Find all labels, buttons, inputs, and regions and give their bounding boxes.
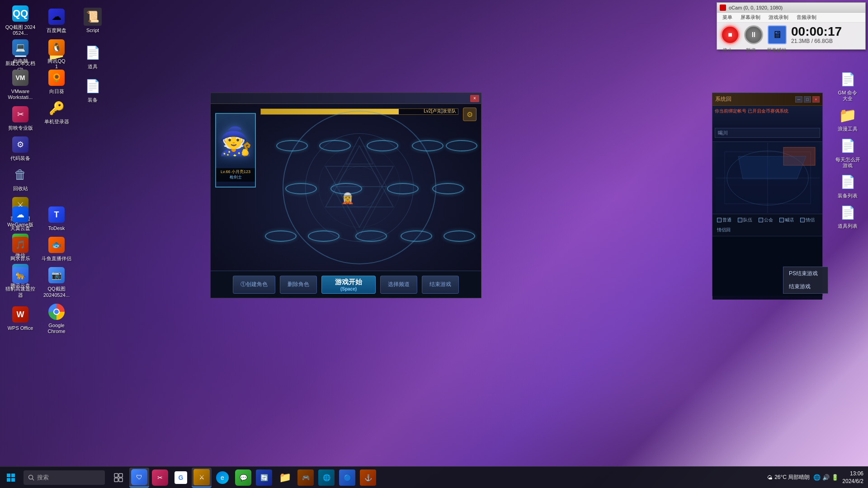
qqspeed-icon: 🐆 [12, 267, 28, 283]
desktop-icon-qqjie[interactable]: 📷 QQ截图20240524... [38, 264, 75, 300]
desktop-icon-strategy[interactable]: 📄 每天怎么开游戏 [830, 135, 866, 171]
sys-panel-maximize-btn[interactable]: □ [804, 96, 811, 103]
sys-tab-shout[interactable]: 喊话 [777, 216, 796, 224]
desktop-icon-qqspeed-label: 猎豹高速遥控器 [5, 286, 36, 298]
taskbar-cut-icon[interactable]: ✂ [150, 468, 170, 488]
context-menu-end[interactable]: 结束游戏 [783, 280, 828, 293]
desktop-icon-codedeploy[interactable]: ⚙ 代码装备 [2, 133, 38, 164]
desktop-icon-item-list[interactable]: 📄 道具列表 [830, 201, 866, 231]
battle-pos-t3[interactable] [367, 140, 398, 151]
taskbar-folder-icon[interactable]: 📁 [275, 468, 295, 488]
character-slot[interactable]: 🧙 Lv.66 小月亮123 枪剑士 [215, 113, 256, 188]
sys-panel-minimize-btn[interactable]: ─ [795, 96, 802, 103]
sys-tab-couple-checkbox[interactable] [800, 218, 805, 222]
ocam-title-icon [720, 5, 726, 11]
game-window-close-btn[interactable]: × [470, 95, 479, 102]
battle-pos-t5[interactable] [446, 140, 477, 151]
sys-panel-title: 系统回 [715, 95, 731, 103]
desktop-icon-cut[interactable]: ✂ 剪映专业版 [2, 103, 38, 133]
desktop-icon-qqgame[interactable]: 🐧 腾讯QQ [38, 36, 75, 66]
taskbar-qqspeed-icon[interactable]: 🛡 [129, 468, 149, 488]
desktop-icon-wps[interactable]: W WPS Office [2, 300, 38, 337]
sys-tab-guild-checkbox[interactable] [759, 218, 763, 222]
sys-tab-team-checkbox[interactable] [738, 218, 742, 222]
battle-pos-b1[interactable] [265, 230, 297, 242]
battle-pos-b4[interactable] [401, 230, 432, 242]
ocam-screen-capture-btn[interactable] [768, 25, 787, 44]
taskbar-search[interactable]: 搜索 [24, 470, 105, 485]
sys-tab-shout-checkbox[interactable] [779, 218, 784, 222]
desktop-icon-equip[interactable]: 📄 装备 [75, 75, 111, 105]
desktop-icon-qqspeed[interactable]: 🐆 猎豹高速遥控器 [2, 264, 38, 300]
sys-panel-close-btn[interactable]: × [812, 96, 820, 103]
ocam-menu-screen[interactable]: 屏幕录制 [737, 14, 764, 21]
battle-pos-m5[interactable] [432, 183, 464, 194]
taskbar-app1-icon[interactable]: 🔄 [254, 468, 274, 488]
taskbar-globe-icon[interactable]: 🌐 [316, 468, 336, 488]
singlelogin-icon: 🔑 [49, 101, 65, 116]
taskbar-wechat-icon[interactable]: 💬 [233, 468, 253, 488]
battle-pos-m4[interactable] [387, 183, 419, 194]
ocam-menu-audio[interactable]: 音频录制 [793, 14, 820, 21]
create-char-btn[interactable]: ①创建角色 [233, 276, 275, 294]
ocam-menu-main[interactable]: 菜单 [719, 14, 736, 21]
desktop-icon-calendar[interactable]: 🌻 向日葵 [38, 66, 75, 97]
sys-panel-controls: ─ □ × [795, 96, 820, 103]
desktop-icon-douyu[interactable]: 🐟 斗鱼直播伴侣 [38, 234, 75, 264]
taskbar-dnf-icon[interactable]: ⚔ [192, 468, 212, 488]
desktop-icon-gm[interactable]: 📄 GM 命令大全 [830, 68, 866, 104]
ocam-pause-btn[interactable] [744, 25, 763, 44]
taskbar-game-icon[interactable]: 🎮 [296, 468, 316, 488]
exit-game-btn[interactable]: 结束游戏 [422, 276, 459, 294]
sys-tab-team[interactable]: 队伍 [736, 216, 755, 224]
desktop-icon-equip-list[interactable]: 📄 装备列表 [830, 171, 866, 201]
taskbar-anchor-icon[interactable]: ⚓ [358, 468, 378, 488]
sys-tab-extra[interactable]: 情侣回 [715, 226, 733, 234]
desktop-icon-todesk[interactable]: T ToDesk [38, 203, 75, 234]
ocam-menu-game[interactable]: 游戏录制 [765, 14, 792, 21]
desktop-icon-chrome[interactable]: GoogleChrome [38, 300, 75, 337]
desktop-icon-recycle-label: 回收站 [13, 186, 28, 192]
context-menu-ps-end[interactable]: PS结束游戏 [783, 267, 828, 280]
desktop-icon-baidu[interactable]: ☁ 百度网盘 [38, 2, 75, 38]
battle-pos-t2[interactable] [319, 140, 351, 151]
sys-panel-input[interactable]: 喝川 [715, 128, 820, 138]
taskbar-start-btn[interactable] [0, 467, 22, 488]
desktop-icon-vmware[interactable]: VM VMwareWorkstati... [2, 66, 38, 103]
desktop-icon-recycle[interactable]: 🗑 回收站 [2, 164, 38, 194]
ocam-stop-btn[interactable] [721, 25, 740, 44]
volume-icon[interactable]: 🔊 [822, 474, 830, 481]
sys-tab-normal[interactable]: 普通 [715, 216, 734, 224]
battle-pos-t1[interactable] [276, 140, 308, 151]
taskbar-blue-icon[interactable]: 🔵 [337, 468, 357, 488]
sys-tab-guild[interactable]: 公会 [756, 216, 775, 224]
battle-pos-m1[interactable] [285, 183, 317, 194]
battle-pos-b3[interactable] [355, 230, 387, 242]
battle-pos-t4[interactable] [412, 140, 443, 151]
channel-btn[interactable]: 选择频道 [380, 276, 417, 294]
desktop-icon-tools[interactable]: 📄 道具 [75, 38, 111, 75]
desktop-icon-music[interactable]: 🎵 网水音乐 [2, 234, 38, 264]
ocam-titlebar: oCam (0, 0, 1920, 1080) [717, 3, 865, 13]
sys-tab-normal-checkbox[interactable] [717, 218, 722, 222]
taskbar-taskview-icon[interactable] [108, 468, 128, 488]
desktop-icon-singlelogin[interactable]: 🔑 单机登录器 [38, 97, 75, 127]
desktop-icon-mypc[interactable]: 💻 此电脑 [2, 36, 38, 66]
taskbar-clock[interactable]: 13:06 2024/6/2 [842, 470, 863, 485]
taskbar-google-icon[interactable]: G [171, 468, 191, 488]
ocam-size-display: 21.3MB / 66.8GB [791, 38, 862, 44]
taskbar-edge-icon[interactable]: e [212, 468, 232, 488]
edit-char-btn[interactable]: 删除角色 [280, 276, 317, 294]
start-game-btn[interactable]: 游戏开始 (Space) [321, 276, 376, 294]
desktop-icon-tools-r[interactable]: 📁 浪漫工具 [830, 104, 866, 134]
svg-rect-21 [114, 478, 118, 482]
desktop-icon-script[interactable]: 📜 Script [75, 2, 111, 38]
desktop-icon-qq[interactable]: QQ QQ截图 20240524... [2, 2, 38, 38]
desktop: QQ QQ截图 20240524... ☁ 百度网盘 📜 Script 📄 新建… [0, 0, 868, 488]
battle-pos-b5[interactable] [443, 230, 475, 242]
tianyi-icon: ☁ [12, 206, 28, 223]
battle-pos-b2[interactable] [308, 230, 340, 242]
network-icon[interactable]: 🌐 [813, 474, 821, 481]
desktop-icon-tianyi[interactable]: ☁ 天翼云盘 [2, 203, 38, 234]
sys-tab-couple[interactable]: 情侣 [798, 216, 817, 224]
